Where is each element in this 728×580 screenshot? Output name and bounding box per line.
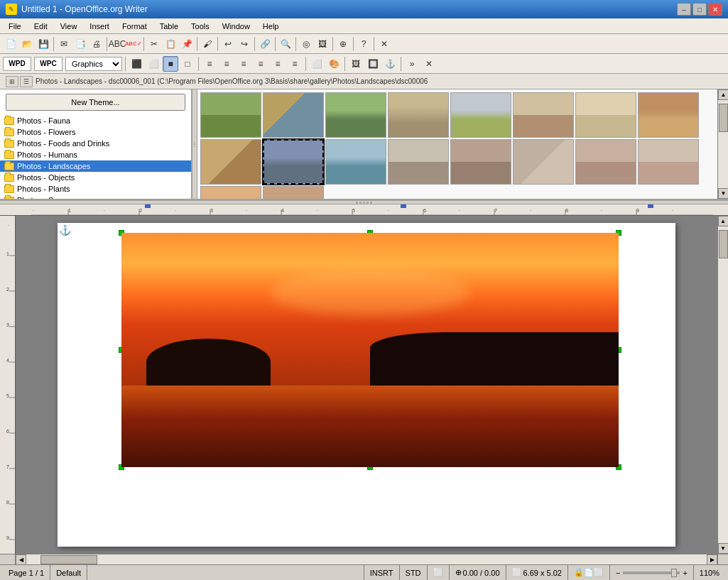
h-scroll-thumb[interactable] <box>40 555 97 564</box>
wrap-btn3[interactable]: ≡ <box>236 56 251 72</box>
thumbnail-14[interactable] <box>513 139 574 185</box>
open-btn[interactable]: 📂 <box>19 36 35 52</box>
scroll-track[interactable] <box>718 226 728 543</box>
gallery-scroll-down[interactable]: ▼ <box>718 188 728 199</box>
img-btn2[interactable]: 🔲 <box>365 56 381 72</box>
scroll-up-button[interactable]: ▲ <box>718 216 729 226</box>
wrap-btn5[interactable]: ≡ <box>270 56 286 72</box>
thumbnail-1[interactable] <box>200 92 261 138</box>
h-scroll-left[interactable]: ◀ <box>16 554 26 565</box>
gallery-resize-handle[interactable]: ⋮ <box>192 89 197 199</box>
menu-edit[interactable]: Edit <box>28 21 53 32</box>
new-theme-button[interactable]: New Theme... <box>6 94 185 111</box>
gallery-item-flowers[interactable]: Photos - Flowers <box>0 126 191 138</box>
redo-btn[interactable]: ↪ <box>237 36 252 52</box>
gallery-item-landscapes[interactable]: Photos - Landscapes <box>0 160 191 172</box>
color-btn[interactable]: 🎨 <box>326 56 342 72</box>
align-right-btn[interactable]: ■ <box>163 56 178 72</box>
gallery-item-humans[interactable]: Photos - Humans <box>0 149 191 160</box>
paint-btn[interactable]: 🖌 <box>200 36 215 52</box>
wrap-btn4[interactable]: ≡ <box>253 56 268 72</box>
undo-btn[interactable]: ↩ <box>220 36 236 52</box>
img-btn3[interactable]: ⚓ <box>382 56 398 72</box>
gallery-btn[interactable]: 🖼 <box>315 36 330 52</box>
pdf-btn[interactable]: 📑 <box>72 36 88 52</box>
wrap-btn6[interactable]: ≡ <box>287 56 303 72</box>
menu-table[interactable]: Table <box>154 21 184 32</box>
menu-view[interactable]: View <box>55 21 83 32</box>
close-doc-btn[interactable]: ✕ <box>376 36 392 52</box>
email-btn[interactable]: ✉ <box>56 36 72 52</box>
gallery-item-space[interactable]: Photos - Space <box>0 195 191 199</box>
zoom-in-btn[interactable]: + <box>683 569 687 577</box>
navigator-btn[interactable]: ◎ <box>298 36 314 52</box>
menu-tools[interactable]: Tools <box>185 21 215 32</box>
zoom-slider-thumb[interactable] <box>671 569 677 577</box>
align-left-btn[interactable]: ⬛ <box>129 56 144 72</box>
zoom-slider[interactable] <box>623 571 680 574</box>
menu-format[interactable]: Format <box>116 21 153 32</box>
menu-insert[interactable]: Insert <box>84 21 115 32</box>
menu-help[interactable]: Help <box>257 21 285 32</box>
help-btn[interactable]: ? <box>356 36 371 52</box>
close-tb-btn[interactable]: ✕ <box>421 56 437 72</box>
scroll-down-button[interactable]: ▼ <box>718 543 729 554</box>
h-scroll-right[interactable]: ▶ <box>707 554 717 565</box>
page-area[interactable]: ⚓ <box>16 216 717 554</box>
scroll-thumb[interactable] <box>719 230 728 258</box>
gallery-view-list-btn[interactable]: ☰ <box>20 76 33 87</box>
status-zoom-controls[interactable]: − + <box>610 565 694 580</box>
thumbnail-6[interactable] <box>513 92 574 138</box>
h-scroll-track[interactable] <box>26 554 707 564</box>
gallery-scroll-track[interactable] <box>718 100 728 188</box>
gallery-item-objects[interactable]: Photos - Objects <box>0 172 191 183</box>
gallery-scroll-up[interactable]: ▲ <box>718 89 728 100</box>
thumbnail-15[interactable] <box>575 139 636 185</box>
gallery-item-fauna[interactable]: Photos - Fauna <box>0 115 191 126</box>
menu-file[interactable]: File <box>3 21 27 32</box>
zoom-out-btn[interactable]: − <box>616 569 620 577</box>
wrap-btn2[interactable]: ≡ <box>219 56 234 72</box>
wrap-btn1[interactable]: ≡ <box>202 56 217 72</box>
thumbnail-8[interactable] <box>638 92 699 138</box>
gallery-scroll-thumb[interactable] <box>719 104 728 132</box>
paste-btn[interactable]: 📌 <box>179 36 195 52</box>
thumbnail-5[interactable] <box>450 92 511 138</box>
gallery-item-plants[interactable]: Photos - Plants <box>0 183 191 195</box>
border-btn[interactable]: ⬜ <box>309 56 325 72</box>
find-btn[interactable]: 🔍 <box>278 36 293 52</box>
spellcheck-btn[interactable]: ABC <box>109 36 125 52</box>
copy-btn[interactable]: 📋 <box>163 36 178 52</box>
status-zoom-pct[interactable]: 110% <box>694 565 725 580</box>
thumbnail-9[interactable] <box>200 139 261 185</box>
thumbnail-10-selected[interactable] <box>263 139 324 185</box>
thumbnail-3[interactable] <box>325 92 386 138</box>
thumbnail-12[interactable] <box>388 139 449 185</box>
thumbnail-18[interactable] <box>263 186 324 199</box>
gallery-item-foods[interactable]: Photos - Foods and Drinks <box>0 138 191 149</box>
align-center-btn[interactable]: ⬜ <box>146 56 161 72</box>
thumbnail-11[interactable] <box>325 139 386 185</box>
thumbnail-4[interactable] <box>388 92 449 138</box>
maximize-button[interactable]: □ <box>692 3 707 16</box>
menu-window[interactable]: Window <box>217 21 256 32</box>
cut-btn[interactable]: ✂ <box>146 36 162 52</box>
save-btn[interactable]: 💾 <box>36 36 51 52</box>
spellcheck2-btn[interactable]: ABC✓ <box>126 36 141 52</box>
thumbnail-16[interactable] <box>638 139 699 185</box>
gallery-view-grid-btn[interactable]: ⊞ <box>6 76 18 87</box>
img-btn1[interactable]: 🖼 <box>348 56 364 72</box>
thumbnail-7[interactable] <box>575 92 636 138</box>
more-btn[interactable]: » <box>404 56 420 72</box>
hyperlink-btn[interactable]: 🔗 <box>257 36 273 52</box>
minimize-button[interactable]: – <box>677 3 691 16</box>
thumbnail-17[interactable] <box>200 186 261 199</box>
print-btn[interactable]: 🖨 <box>89 36 104 52</box>
thumbnail-2[interactable] <box>263 92 324 138</box>
new-btn[interactable]: 📄 <box>3 36 18 52</box>
close-button[interactable]: ✕ <box>708 3 722 16</box>
align-justify-btn[interactable]: □ <box>180 56 195 72</box>
zoom-btn[interactable]: ⊕ <box>335 36 351 52</box>
document-image[interactable] <box>121 233 619 467</box>
style-dropdown[interactable]: Graphics <box>65 57 122 71</box>
